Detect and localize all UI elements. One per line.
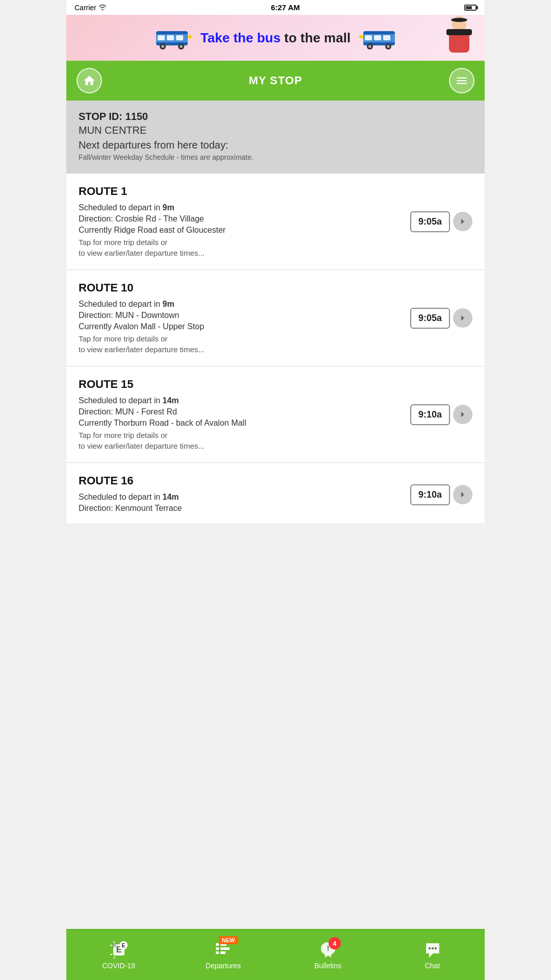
svg-rect-19 (359, 35, 363, 38)
nav-label-departures: Departures (206, 962, 241, 970)
wifi-icon (98, 4, 107, 12)
bottom-nav: E E COVID-19 NEW Departu (66, 929, 485, 980)
bulletins-icon: ! 4 (318, 940, 338, 960)
stop-name: MUN CENTRE (79, 125, 472, 136)
route-info-16: ROUTE 16 Scheduled to depart in 14m Dire… (79, 474, 410, 515)
svg-rect-13 (374, 35, 381, 40)
route-title-1: ROUTE 1 (79, 185, 402, 198)
route-depart-16: Scheduled to depart in 14m (79, 493, 402, 502)
route-location-10: Currently Avalon Mall - Upper Stop (79, 322, 402, 331)
svg-rect-2 (158, 35, 165, 40)
route-tap-1: Tap for more trip details orto view earl… (79, 237, 402, 258)
promo-banner: Take the bus to the mall (66, 15, 485, 61)
chevron-right-icon (458, 217, 467, 226)
stop-departures-label: Next departures from here today: (79, 139, 472, 151)
svg-rect-38 (220, 951, 226, 954)
banner-person (423, 15, 485, 61)
covid-icon: E E (109, 940, 129, 960)
status-time: 6:27 AM (271, 3, 300, 12)
svg-rect-14 (383, 35, 390, 40)
carrier-label: Carrier (74, 4, 96, 12)
nav-label-chat: Chat (425, 962, 440, 970)
nav-item-covid19[interactable]: E E COVID-19 (66, 930, 171, 980)
departures-icon: NEW (214, 940, 233, 960)
svg-rect-4 (176, 35, 183, 40)
route-info-15: ROUTE 15 Scheduled to depart in 14m Dire… (79, 378, 410, 451)
time-badge-16: 9:10a (410, 484, 450, 505)
bus-icon-left (154, 25, 194, 51)
bus-icon-right (357, 25, 397, 51)
route-direction-10: Direction: MUN - Downtown (79, 311, 402, 320)
route-item-15[interactable]: ROUTE 15 Scheduled to depart in 14m Dire… (66, 366, 485, 463)
svg-point-18 (387, 45, 390, 48)
banner-text: Take the bus to the mall (201, 30, 350, 46)
bulletins-badge: 4 (329, 937, 341, 949)
route-info-1: ROUTE 1 Scheduled to depart in 9m Direct… (79, 185, 410, 258)
new-badge-departures: NEW (219, 936, 238, 944)
route-title-16: ROUTE 16 (79, 474, 402, 487)
banner-text-blue: Take the bus (201, 30, 281, 45)
battery-indicator (464, 5, 477, 11)
time-badge-15: 9:10a (410, 404, 450, 425)
home-icon (83, 74, 96, 87)
route-depart-1: Scheduled to depart in 9m (79, 203, 402, 212)
svg-rect-22 (446, 29, 472, 35)
svg-point-8 (180, 45, 183, 48)
chevron-right-icon (458, 490, 467, 499)
svg-text:E: E (121, 942, 125, 948)
svg-point-23 (451, 18, 467, 22)
route-depart-15: Scheduled to depart in 14m (79, 396, 402, 405)
svg-rect-26 (112, 943, 116, 947)
route-item-1[interactable]: ROUTE 1 Scheduled to depart in 9m Direct… (66, 174, 485, 270)
svg-point-16 (368, 45, 371, 48)
carrier-info: Carrier (74, 4, 107, 12)
route-direction-1: Direction: Crosbie Rd - The Village (79, 214, 402, 224)
chevron-right-icon (458, 410, 467, 419)
route-direction-15: Direction: MUN - Forest Rd (79, 407, 402, 416)
route-direction-16: Direction: Kenmount Terrace (79, 504, 402, 513)
route-time-btn-15[interactable]: 9:10a (410, 404, 472, 425)
stop-id: STOP ID: 1150 (79, 111, 472, 122)
route-time-btn-16[interactable]: 9:10a (410, 484, 472, 505)
route-time-btn-1[interactable]: 9:05a (410, 211, 472, 232)
route-time-btn-10[interactable]: 9:05a (410, 308, 472, 329)
chevron-btn-1[interactable] (453, 212, 472, 231)
route-item-10[interactable]: ROUTE 10 Scheduled to depart in 9m Direc… (66, 270, 485, 366)
svg-rect-33 (216, 943, 219, 946)
route-list: ROUTE 1 Scheduled to depart in 9m Direct… (66, 174, 485, 523)
svg-rect-34 (216, 947, 219, 950)
svg-point-40 (429, 947, 431, 949)
route-title-10: ROUTE 10 (79, 281, 402, 295)
nav-item-chat[interactable]: Chat (380, 930, 485, 980)
chevron-btn-16[interactable] (453, 485, 472, 504)
route-info-10: ROUTE 10 Scheduled to depart in 9m Direc… (79, 281, 410, 355)
time-badge-10: 9:05a (410, 308, 450, 329)
route-tap-15: Tap for more trip details orto view earl… (79, 430, 402, 451)
route-location-15: Currently Thorburn Road - back of Avalon… (79, 419, 402, 428)
chevron-right-icon (458, 313, 467, 323)
nav-item-departures[interactable]: NEW Departures (171, 930, 276, 980)
route-item-16[interactable]: ROUTE 16 Scheduled to depart in 14m Dire… (66, 463, 485, 523)
menu-icon (455, 74, 468, 87)
nav-title: MY STOP (248, 74, 302, 87)
svg-rect-3 (167, 35, 174, 40)
stop-info: STOP ID: 1150 MUN CENTRE Next departures… (66, 101, 485, 174)
content-area: STOP ID: 1150 MUN CENTRE Next departures… (66, 101, 485, 574)
nav-item-bulletins[interactable]: ! 4 Bulletins (276, 930, 380, 980)
stop-schedule-note: Fall/winter Weekday Schedule - times are… (79, 153, 472, 161)
status-bar: Carrier 6:27 AM (66, 0, 485, 15)
svg-rect-35 (216, 951, 219, 954)
menu-button[interactable] (449, 68, 474, 93)
route-depart-10: Scheduled to depart in 9m (79, 300, 402, 309)
chevron-btn-15[interactable] (453, 405, 472, 424)
chevron-btn-10[interactable] (453, 308, 472, 328)
route-tap-10: Tap for more trip details orto view earl… (79, 333, 402, 355)
svg-point-42 (435, 947, 437, 949)
nav-label-bulletins: Bulletins (314, 962, 341, 970)
nav-label-covid19: COVID-19 (102, 962, 135, 970)
svg-rect-12 (365, 35, 372, 40)
route-title-15: ROUTE 15 (79, 378, 402, 391)
banner-text-dark: to the mall (281, 30, 350, 45)
home-button[interactable] (77, 68, 102, 93)
svg-rect-9 (188, 35, 192, 38)
